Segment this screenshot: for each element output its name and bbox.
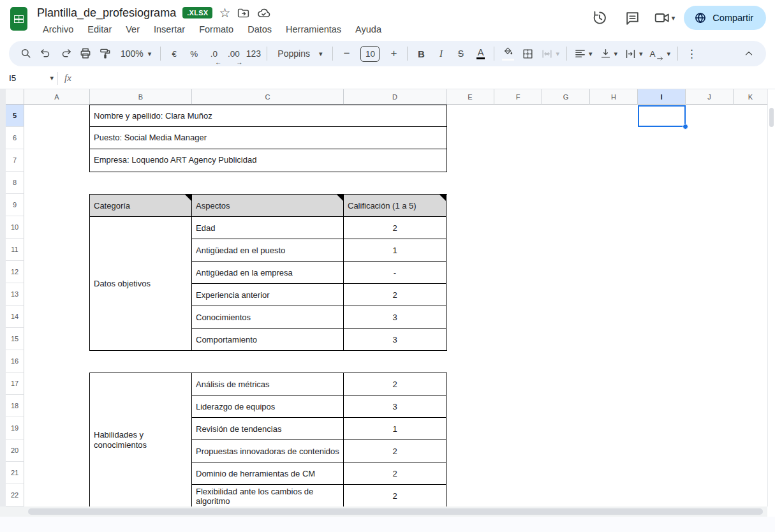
aspect-cell[interactable]: Edad	[192, 217, 344, 239]
column-header-a[interactable]: A	[24, 89, 90, 105]
rating-cell[interactable]: 1	[344, 239, 446, 262]
header-cell-aspectos[interactable]: Aspectos	[192, 195, 344, 217]
column-header-c[interactable]: C	[192, 89, 344, 105]
comments-icon[interactable]	[621, 6, 645, 30]
horizontal-align-button[interactable]: ▾	[571, 44, 596, 63]
row-header-22[interactable]: 22	[6, 484, 24, 506]
row-header-18[interactable]: 18	[6, 395, 24, 417]
vertical-align-button[interactable]: ▾	[596, 44, 621, 63]
rating-cell[interactable]: 3	[344, 395, 446, 418]
rating-cell[interactable]: -	[344, 262, 446, 284]
menu-archivo[interactable]: Archivo	[36, 22, 80, 37]
select-all-corner[interactable]	[6, 89, 24, 105]
merge-cells-button[interactable]: ▾	[538, 44, 563, 63]
row-header-17[interactable]: 17	[6, 373, 24, 395]
aspect-cell[interactable]: Propuestas innovadoras de contenidos	[192, 440, 344, 462]
rating-cell[interactable]: 1	[344, 418, 446, 440]
italic-button[interactable]: I	[431, 44, 450, 63]
horizontal-scrollbar[interactable]	[0, 506, 767, 517]
horizontal-scrollbar-thumb[interactable]	[28, 508, 763, 515]
redo-icon[interactable]	[56, 44, 75, 63]
rating-cell[interactable]: 2	[344, 485, 446, 507]
row-header-20[interactable]: 20	[6, 440, 24, 462]
cell-b6[interactable]: Puesto: Social Media Manager	[90, 127, 447, 149]
column-header-g[interactable]: G	[542, 89, 590, 105]
row-header-21[interactable]: 21	[6, 462, 24, 484]
aspect-cell[interactable]: Flexibilidad ante los cambios de algorit…	[192, 485, 344, 507]
cell-b5[interactable]: Nombre y apellido: Clara Muñoz	[90, 105, 447, 127]
menu-datos[interactable]: Datos	[240, 22, 279, 37]
print-icon[interactable]	[76, 44, 95, 63]
aspect-cell[interactable]: Conocimientos	[192, 306, 344, 329]
google-sheets-logo-icon[interactable]	[10, 7, 27, 31]
cell-b7[interactable]: Empresa: Loquendo ART Agency Publicidad	[90, 149, 447, 171]
row-header-15[interactable]: 15	[6, 328, 24, 350]
row-header-8[interactable]: 8	[6, 172, 24, 194]
row-header-12[interactable]: 12	[6, 261, 24, 283]
increase-font-size-button[interactable]: +	[384, 44, 403, 63]
column-header-b[interactable]: B	[90, 89, 192, 105]
menu-ver[interactable]: Ver	[119, 22, 147, 37]
chevron-down-icon[interactable]: ▾	[672, 15, 675, 22]
row-header-9[interactable]: 9	[6, 194, 24, 216]
fill-color-button[interactable]	[498, 44, 517, 63]
header-cell-calificacion[interactable]: Calificación (1 a 5)	[344, 195, 446, 217]
borders-button[interactable]	[518, 44, 537, 63]
format-currency-button[interactable]: €	[165, 44, 184, 63]
menu-insertar[interactable]: Insertar	[147, 22, 192, 37]
search-icon[interactable]	[17, 44, 36, 63]
move-folder-icon[interactable]	[237, 6, 250, 20]
column-header-h[interactable]: H	[590, 89, 638, 105]
column-header-d[interactable]: D	[344, 89, 447, 105]
document-title[interactable]: Plantilla_de_profesiograma	[37, 6, 176, 20]
version-history-icon[interactable]	[587, 6, 612, 30]
rating-cell[interactable]: 3	[344, 329, 446, 351]
cloud-saved-icon[interactable]	[256, 6, 271, 20]
decrease-decimal-button[interactable]: .0←	[204, 44, 223, 63]
rating-cell[interactable]: 2	[344, 217, 446, 239]
rating-cell[interactable]: 2	[344, 284, 446, 306]
paint-format-icon[interactable]	[96, 44, 115, 63]
text-wrapping-button[interactable]: ▾	[621, 44, 646, 63]
column-header-i-selected[interactable]: I	[638, 89, 686, 105]
format-percent-button[interactable]: %	[184, 44, 203, 63]
menu-ayuda[interactable]: Ayuda	[348, 22, 388, 37]
row-header-16[interactable]: 16	[6, 350, 24, 373]
undo-icon[interactable]	[36, 44, 55, 63]
text-rotation-button[interactable]: A ▾	[647, 44, 674, 63]
menu-herramientas[interactable]: Herramientas	[279, 22, 348, 37]
aspect-cell[interactable]: Antigüedad en la empresa	[192, 262, 344, 284]
font-size-input[interactable]: 10	[360, 46, 380, 62]
meet-presentation-control[interactable]: ▾	[654, 10, 675, 26]
header-cell-categoria[interactable]: Categoría	[90, 195, 192, 217]
name-box[interactable]: I5 ▾	[0, 73, 54, 83]
vertical-scrollbar[interactable]	[767, 89, 775, 506]
vertical-scrollbar-thumb[interactable]	[769, 108, 774, 127]
aspect-cell[interactable]: Experiencia anterior	[192, 284, 344, 306]
strikethrough-button[interactable]: S	[451, 44, 470, 63]
merged-cell-category[interactable]: Datos objetivos	[90, 217, 192, 351]
row-header-14[interactable]: 14	[6, 306, 24, 328]
fill-handle[interactable]	[683, 124, 688, 129]
rating-cell[interactable]: 3	[344, 306, 446, 329]
row-header-11[interactable]: 11	[6, 239, 24, 261]
font-selector[interactable]: Poppins ▾	[271, 44, 328, 63]
aspect-cell[interactable]: Dominio de herramientas de CM	[192, 462, 344, 485]
aspect-cell[interactable]: Análisis de métricas	[192, 373, 344, 395]
column-header-j[interactable]: J	[686, 89, 734, 105]
row-header-6[interactable]: 6	[6, 127, 24, 149]
zoom-control[interactable]: 100% ▾	[115, 44, 156, 63]
increase-decimal-button[interactable]: .00→	[224, 44, 243, 63]
more-formats-button[interactable]: 123	[244, 44, 263, 63]
row-header-5-selected[interactable]: 5	[6, 105, 24, 127]
menu-editar[interactable]: Editar	[80, 22, 119, 37]
column-header-e[interactable]: E	[447, 89, 494, 105]
share-button[interactable]: Compartir	[684, 6, 766, 30]
rating-cell[interactable]: 2	[344, 462, 446, 485]
menu-formato[interactable]: Formato	[192, 22, 240, 37]
more-options-button[interactable]: ⋮	[682, 44, 701, 63]
aspect-cell[interactable]: Comportamiento	[192, 329, 344, 351]
row-header-19[interactable]: 19	[6, 417, 24, 440]
decrease-font-size-button[interactable]: −	[337, 44, 356, 63]
row-header-13[interactable]: 13	[6, 283, 24, 306]
